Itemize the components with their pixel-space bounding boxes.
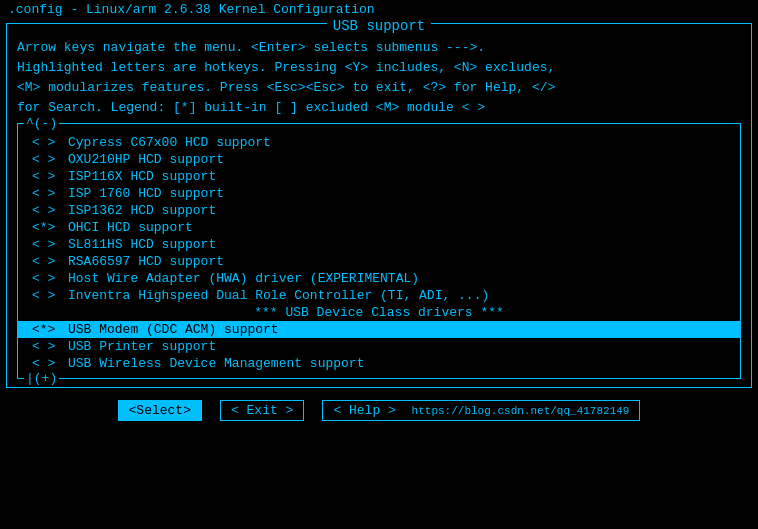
item-selector: <*> (32, 220, 68, 235)
instructions-block: Arrow keys navigate the menu. <Enter> se… (7, 38, 751, 119)
menu-item[interactable]: < >ISP116X HCD support (18, 168, 740, 185)
footer-area: <Select> < Exit > < Help > https://blog.… (0, 392, 758, 421)
item-text: USB Printer support (68, 339, 726, 354)
item-text: SL811HS HCD support (68, 237, 726, 252)
menu-bottom-label: |(+) (24, 371, 59, 386)
instruction-line-2: Highlighted letters are hotkeys. Pressin… (17, 58, 741, 78)
instruction-line-4: for Search. Legend: [*] built-in [ ] exc… (17, 98, 741, 118)
item-text: OHCI HCD support (68, 220, 726, 235)
menu-item[interactable]: <*>USB Modem (CDC ACM) support (18, 321, 740, 338)
item-selector: < > (32, 254, 68, 269)
menu-item[interactable]: < >SL811HS HCD support (18, 236, 740, 253)
menu-item[interactable]: < >Inventra Highspeed Dual Role Controll… (18, 287, 740, 304)
item-text: USB Wireless Device Management support (68, 356, 726, 371)
item-selector: <*> (32, 322, 68, 337)
menu-item[interactable]: < >Host Wire Adapter (HWA) driver (EXPER… (18, 270, 740, 287)
menu-item[interactable]: < >ISP 1760 HCD support (18, 185, 740, 202)
instruction-line-1: Arrow keys navigate the menu. <Enter> se… (17, 38, 741, 58)
item-selector: < > (32, 288, 68, 303)
item-text: Cypress C67x00 HCD support (68, 135, 726, 150)
title-text: .config - Linux/arm 2.6.38 Kernel Config… (8, 2, 375, 17)
menu-item[interactable]: < >OXU210HP HCD support (18, 151, 740, 168)
menu-item[interactable]: < >RSA66597 HCD support (18, 253, 740, 270)
title-bar: .config - Linux/arm 2.6.38 Kernel Config… (0, 0, 758, 19)
item-text: USB Modem (CDC ACM) support (68, 322, 726, 337)
item-selector: < > (32, 271, 68, 286)
menu-top-label: ^(-) (24, 116, 59, 131)
menu-item[interactable]: < >USB Wireless Device Management suppor… (18, 355, 740, 372)
item-text: ISP 1760 HCD support (68, 186, 726, 201)
menu-item[interactable]: < >USB Printer support (18, 338, 740, 355)
exit-button[interactable]: < Exit > (220, 400, 304, 421)
main-container: USB support Arrow keys navigate the menu… (6, 23, 752, 388)
watermark: https://blog.csdn.net/qq_41782149 (412, 405, 630, 417)
item-selector: < > (32, 237, 68, 252)
item-text: RSA66597 HCD support (68, 254, 726, 269)
help-button[interactable]: < Help > https://blog.csdn.net/qq_417821… (322, 400, 640, 421)
item-text: Inventra Highspeed Dual Role Controller … (68, 288, 726, 303)
panel-title: USB support (327, 18, 431, 34)
item-selector: < > (32, 339, 68, 354)
select-button[interactable]: <Select> (118, 400, 202, 421)
item-selector: < > (32, 203, 68, 218)
menu-items: < >Cypress C67x00 HCD support< >OXU210HP… (18, 130, 740, 376)
menu-item[interactable]: *** USB Device Class drivers *** (18, 304, 740, 321)
item-selector: < > (32, 186, 68, 201)
item-selector: < > (32, 356, 68, 371)
item-text: ISP1362 HCD support (68, 203, 726, 218)
item-text: Host Wire Adapter (HWA) driver (EXPERIME… (68, 271, 726, 286)
menu-box: ^(-) < >Cypress C67x00 HCD support< >OXU… (17, 123, 741, 379)
menu-item[interactable]: <*>OHCI HCD support (18, 219, 740, 236)
item-selector: < > (32, 152, 68, 167)
item-selector: < > (32, 135, 68, 150)
item-text: OXU210HP HCD support (68, 152, 726, 167)
instruction-line-3: <M> modularizes features. Press <Esc><Es… (17, 78, 741, 98)
item-text: ISP116X HCD support (68, 169, 726, 184)
item-selector: < > (32, 169, 68, 184)
menu-item[interactable]: < >Cypress C67x00 HCD support (18, 134, 740, 151)
menu-item[interactable]: < >ISP1362 HCD support (18, 202, 740, 219)
